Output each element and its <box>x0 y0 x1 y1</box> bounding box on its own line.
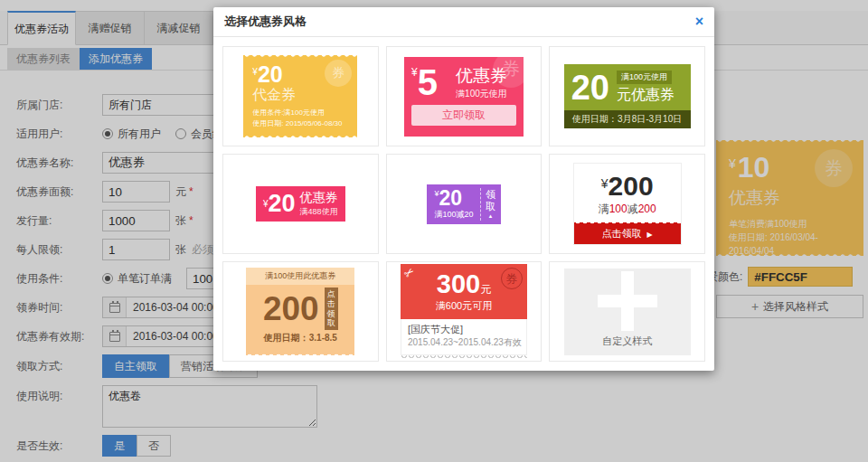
coupon-style-purple-mini[interactable]: ¥20 满100减20 领取 ▲ <box>386 154 542 254</box>
coupon-amount: 20 <box>439 186 462 210</box>
coupon-style-olive[interactable]: 20 满100元使用 元优惠券 使用日期：3月8日-3月10日 <box>549 46 705 146</box>
coupon-style-modal: 选择优惠券风格 × ¥20 代金券 使用条件:满100元使用 使用日期: 201… <box>213 7 714 371</box>
claim-label: 领取 <box>486 189 496 212</box>
scallop-edge <box>246 352 354 356</box>
coupon-card: ¥ 20 优惠券 满488使用 <box>256 186 345 222</box>
scallop-edge <box>574 222 681 226</box>
triangle-right-icon: ▶ <box>647 231 653 239</box>
coupon-amount: 20 <box>269 190 296 218</box>
coupon-amount: 5 <box>418 64 438 100</box>
scallop-edge <box>243 134 357 138</box>
custom-style-label: 自定义样式 <box>564 335 691 348</box>
coupon-style-red-promo[interactable]: ✂ 券 300元 满600元可用 [国庆节大促] 2015.04.23~2015… <box>386 261 542 362</box>
coupon-amount: 200 <box>263 292 319 325</box>
coupon-style-peach-ticket[interactable]: 满100使用此优惠券 200 点击领取 使用日期：3.1-8.5 <box>222 261 379 362</box>
coupon-style-rose-mini[interactable]: ¥ 20 优惠券 满488使用 <box>222 154 379 254</box>
plus-icon <box>598 271 657 331</box>
zigzag-edge <box>401 355 527 360</box>
coupon-watermark: 券 <box>501 268 523 289</box>
coupon-style-custom[interactable]: 自定义样式 <box>549 261 705 362</box>
claim-now-button[interactable]: 立即领取 <box>411 105 516 126</box>
coupon-valid-dates: 2015.04.23~2015.04.23有效 <box>408 336 520 349</box>
coupon-currency: ¥ <box>411 66 418 100</box>
coupon-amount: 20 <box>571 71 609 105</box>
coupon-name: 代金券 <box>252 86 348 105</box>
coupon-card: ¥200 满100减200 点击领取▶ <box>573 163 682 245</box>
coupon-card: ✂ 券 300元 满600元可用 [国庆节大促] 2015.04.23~2015… <box>401 264 527 360</box>
coupon-card: ¥20 满100减20 领取 ▲ <box>427 184 500 224</box>
coupon-condition: 满100减20 <box>434 209 473 221</box>
coupon-style-pink-claim[interactable]: 券 ¥ 5 优惠券 满100元使用 立即领取 <box>386 46 542 146</box>
coupon-condition: 满600元可用 <box>401 299 527 313</box>
coupon-card: 满100使用此优惠券 200 点击领取 使用日期：3.1-8.5 <box>246 268 354 355</box>
promo-tag: [国庆节大促] <box>408 323 520 336</box>
coupon-unit: 元 <box>480 283 491 296</box>
scallop-edge <box>243 54 357 59</box>
coupon-name: 优惠券 <box>300 190 338 206</box>
click-claim-label[interactable]: 点击领取 <box>325 288 338 330</box>
coupon-condition: 满100使用此优惠券 <box>246 268 354 285</box>
coupon-unit-label: 元优惠券 <box>617 86 675 105</box>
coupon-style-grid: ¥20 代金券 使用条件:满100元使用 使用日期: 2015/05/06-08… <box>213 37 714 371</box>
claim-section: 领取 ▲ <box>480 188 501 221</box>
coupon-condition: 满100元使用 <box>447 88 516 100</box>
coupon-date: 使用日期: 2015/05/06-08/30 <box>252 118 348 129</box>
click-claim-button[interactable]: 点击领取▶ <box>574 222 681 244</box>
coupon-card: ¥20 代金券 使用条件:满100元使用 使用日期: 2015/05/06-08… <box>243 55 357 137</box>
scissors-icon: ✂ <box>401 264 417 281</box>
coupon-condition: 满488使用 <box>300 206 338 218</box>
coupon-date: 使用日期：3.1-8.5 <box>246 332 354 344</box>
coupon-condition: 满100减200 <box>574 202 681 217</box>
coupon-condition-badge: 满100元使用 <box>617 71 672 84</box>
custom-style-card: 自定义样式 <box>564 269 691 355</box>
coupon-date: 使用日期：3月8日-3月10日 <box>564 110 691 128</box>
coupon-amount: ¥200 <box>574 171 681 202</box>
modal-header: 选择优惠券风格 × <box>213 7 714 37</box>
triangle-up-icon: ▲ <box>488 213 494 219</box>
coupon-style-white-card[interactable]: ¥200 满100减200 点击领取▶ <box>549 154 705 254</box>
coupon-card: 券 ¥ 5 优惠券 满100元使用 立即领取 <box>404 57 524 137</box>
coupon-card: 20 满100元使用 元优惠券 使用日期：3月8日-3月10日 <box>564 64 691 128</box>
coupon-condition: 使用条件:满100元使用 <box>252 108 348 118</box>
modal-title: 选择优惠券风格 <box>224 14 307 30</box>
coupon-amount: 300 <box>437 269 480 298</box>
coupon-admin-page: 优惠券活动 满赠促销 满减促销 优惠券列表 添加优惠券 所属门店: 所有门店 适… <box>0 0 868 462</box>
close-icon[interactable]: × <box>695 14 703 29</box>
coupon-style-yellow-voucher[interactable]: ¥20 代金券 使用条件:满100元使用 使用日期: 2015/05/06-08… <box>222 46 379 146</box>
